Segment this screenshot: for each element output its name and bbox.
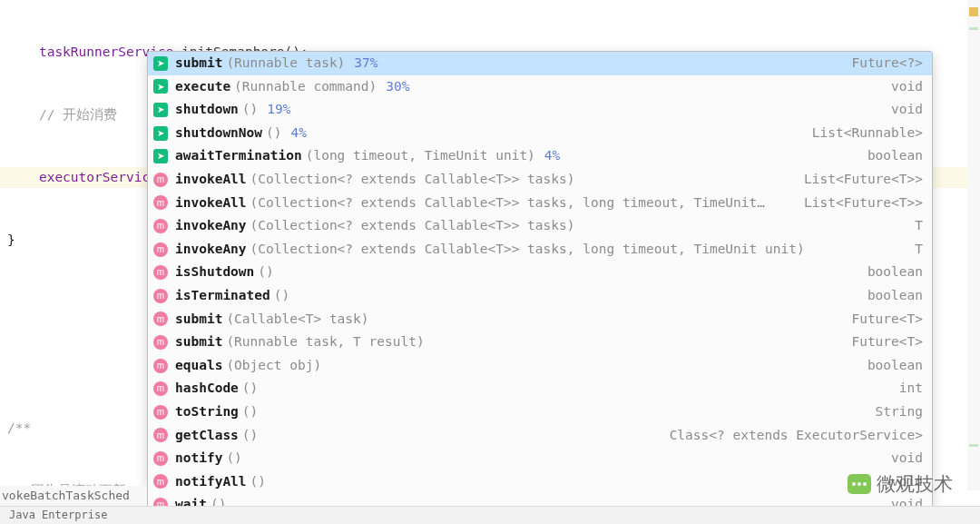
completion-name: shutdownNow bbox=[175, 122, 262, 145]
completion-item[interactable]: mhashCode()int bbox=[148, 377, 932, 400]
completion-item[interactable]: ➤shutdown()19%void bbox=[148, 98, 932, 122]
warning-indicator-icon[interactable] bbox=[969, 7, 978, 16]
completion-return-type: T bbox=[915, 214, 923, 238]
smart-completion-icon: ➤ bbox=[153, 149, 168, 163]
completion-item[interactable]: misShutdown()boolean bbox=[148, 261, 932, 284]
watermark-text: 微观技术 bbox=[877, 471, 953, 497]
completion-item[interactable]: mtoString()String bbox=[148, 400, 932, 424]
completion-params: (Runnable task, T result) bbox=[226, 331, 424, 354]
completion-percentage: 19% bbox=[267, 98, 290, 122]
completion-item[interactable]: mgetClass()Class<? extends ExecutorServi… bbox=[148, 424, 932, 448]
completion-name: getClass bbox=[175, 424, 239, 448]
completion-name: equals bbox=[175, 354, 222, 378]
code-text: executorService bbox=[7, 170, 158, 184]
method-icon: m bbox=[153, 451, 168, 466]
error-stripe[interactable] bbox=[967, 0, 980, 490]
completion-name: submit bbox=[175, 52, 222, 75]
completion-params: () bbox=[274, 284, 289, 308]
completion-return-type: void bbox=[891, 98, 923, 122]
completion-item[interactable]: minvokeAll(Collection<? extends Callable… bbox=[148, 192, 932, 215]
completion-params: () bbox=[242, 400, 258, 424]
completion-params: () bbox=[250, 470, 266, 494]
method-icon: m bbox=[153, 265, 168, 280]
completion-params: (Runnable command) bbox=[234, 75, 377, 99]
tool-window-bar[interactable]: Java Enterprise bbox=[0, 506, 980, 524]
method-icon: m bbox=[153, 474, 168, 489]
breadcrumb-text: vokeBatchTaskSched bbox=[2, 489, 130, 502]
code-editor[interactable]: taskRunnerService.initSemaphore(); // 开始… bbox=[0, 0, 980, 524]
completion-item[interactable]: minvokeAny(Collection<? extends Callable… bbox=[148, 238, 932, 262]
completion-item[interactable]: misTerminated()boolean bbox=[148, 284, 932, 308]
completion-params: (Callable<T> task) bbox=[226, 308, 368, 331]
completion-item[interactable]: ➤shutdownNow()4%List<Runnable> bbox=[148, 122, 932, 145]
completion-return-type: Class<? extends ExecutorService> bbox=[670, 424, 923, 448]
completion-params: () bbox=[226, 447, 241, 470]
completion-return-type: Future<T> bbox=[851, 308, 923, 331]
completion-name: invokeAny bbox=[175, 238, 247, 262]
completion-return-type: boolean bbox=[867, 354, 923, 378]
completion-params: (Collection<? extends Callable<T>> tasks… bbox=[250, 168, 575, 192]
completion-item[interactable]: msubmit(Runnable task, T result)Future<T… bbox=[148, 331, 932, 354]
completion-return-type: String bbox=[876, 400, 923, 424]
completion-item[interactable]: mnotifyAll()void bbox=[148, 470, 932, 494]
method-icon: m bbox=[153, 311, 168, 326]
completion-return-type: void bbox=[891, 75, 923, 99]
completion-name: invokeAny bbox=[175, 214, 247, 238]
code-text: } bbox=[7, 232, 15, 247]
completion-params: (Object obj) bbox=[226, 354, 321, 378]
method-icon: m bbox=[153, 381, 168, 396]
stripe-mark-icon[interactable] bbox=[969, 444, 978, 447]
completion-return-type: boolean bbox=[867, 261, 923, 284]
completion-name: invokeAll bbox=[175, 192, 247, 215]
completion-params: () bbox=[258, 261, 273, 284]
completion-item[interactable]: msubmit(Callable<T> task)Future<T> bbox=[148, 308, 932, 331]
completion-params: () bbox=[242, 424, 258, 448]
breadcrumb[interactable]: vokeBatchTaskSched bbox=[0, 486, 147, 506]
completion-name: awaitTermination bbox=[175, 144, 302, 168]
method-icon: m bbox=[153, 428, 168, 442]
completion-percentage: 4% bbox=[291, 122, 307, 145]
smart-completion-icon: ➤ bbox=[153, 103, 168, 117]
smart-completion-icon: ➤ bbox=[153, 126, 168, 141]
completion-return-type: boolean bbox=[867, 284, 923, 308]
completion-params: (long timeout, TimeUnit unit) bbox=[306, 144, 535, 168]
method-icon: m bbox=[153, 405, 168, 420]
completion-item[interactable]: ➤awaitTermination(long timeout, TimeUnit… bbox=[148, 144, 932, 168]
method-icon: m bbox=[153, 219, 168, 233]
smart-completion-icon: ➤ bbox=[153, 79, 168, 94]
completion-params: (Collection<? extends Callable<T>> tasks… bbox=[250, 238, 805, 262]
code-completion-popup[interactable]: ➤submit(Runnable task)37%Future<?>➤execu… bbox=[147, 51, 933, 518]
tool-window-label[interactable]: Java Enterprise bbox=[9, 509, 107, 521]
completion-percentage: 30% bbox=[386, 75, 409, 99]
completion-return-type: int bbox=[899, 377, 923, 400]
completion-name: submit bbox=[175, 308, 222, 331]
completion-params: () bbox=[242, 377, 258, 400]
completion-item[interactable]: mnotify()void bbox=[148, 447, 932, 470]
completion-name: invokeAll bbox=[175, 168, 247, 192]
completion-params: (Runnable task) bbox=[226, 52, 345, 75]
wechat-icon bbox=[848, 474, 871, 494]
completion-percentage: 4% bbox=[544, 144, 560, 168]
completion-name: isShutdown bbox=[175, 261, 254, 284]
completion-params: () bbox=[266, 122, 281, 145]
completion-return-type: List<Runnable> bbox=[812, 122, 923, 145]
completion-params: () bbox=[242, 98, 258, 122]
completion-return-type: T bbox=[915, 238, 923, 262]
completion-name: toString bbox=[175, 400, 239, 424]
completion-params: (Collection<? extends Callable<T>> tasks… bbox=[250, 214, 575, 238]
stripe-mark-icon[interactable] bbox=[969, 27, 978, 30]
completion-item[interactable]: ➤execute(Runnable command)30%void bbox=[148, 75, 932, 99]
method-icon: m bbox=[153, 242, 168, 257]
completion-item[interactable]: ➤submit(Runnable task)37%Future<?> bbox=[148, 52, 932, 75]
completion-return-type: Future<?> bbox=[851, 52, 923, 75]
code-comment: // 开始消费 bbox=[7, 107, 117, 122]
code-comment: /** bbox=[7, 420, 31, 435]
completion-item[interactable]: minvokeAll(Collection<? extends Callable… bbox=[148, 168, 932, 192]
completion-params: (Collection<? extends Callable<T>> tasks… bbox=[250, 192, 765, 215]
completion-return-type: boolean bbox=[867, 144, 923, 168]
completion-item[interactable]: minvokeAny(Collection<? extends Callable… bbox=[148, 214, 932, 238]
completion-name: hashCode bbox=[175, 377, 239, 400]
completion-item[interactable]: mequals(Object obj)boolean bbox=[148, 354, 932, 378]
completion-name: isTerminated bbox=[175, 284, 270, 308]
smart-completion-icon: ➤ bbox=[153, 56, 168, 71]
